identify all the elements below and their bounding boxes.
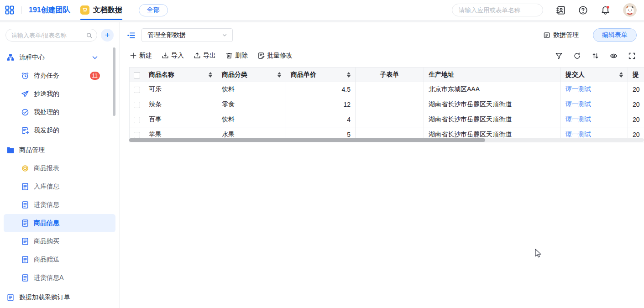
refresh-icon[interactable] [573,52,581,60]
global-search-input[interactable] [459,7,539,14]
row-checkbox[interactable] [134,87,140,93]
bell-icon[interactable] [601,5,610,15]
app-icon-badge [80,5,89,15]
sidebar-item[interactable]: 进货信息A [0,269,119,287]
row-select-cell [130,112,144,127]
sidebar-item-label: 商品报表 [34,164,59,172]
sidebar-item[interactable]: 商品信息 [4,214,115,232]
fullscreen-icon[interactable] [628,52,636,60]
sidebar-item-label: 我处理的 [34,108,59,116]
cell-提交人[interactable]: 谭一测试 [561,112,628,127]
team-name[interactable]: 191创建团队 [29,5,70,15]
collapse-sidebar-icon[interactable] [127,31,136,40]
sidebar-item[interactable]: 数据加载采购订单 [0,288,119,307]
cell-子表单 [356,97,424,112]
table-row: 辣条零食12湖南省长沙市岳麓区天顶街道谭一测试20 [130,97,644,112]
filter-icon[interactable] [555,52,563,60]
cell-生产地址: 北京市东城区AAA [424,82,561,97]
sidebar-item[interactable]: 抄送我的 [0,85,119,103]
sort-icon[interactable] [277,72,281,78]
horizontal-scrollbar-track[interactable] [129,138,644,142]
sidebar-search-input[interactable] [11,32,86,39]
sidebar-item[interactable]: 商品赠送 [0,251,119,269]
sidebar-item[interactable]: 我发起的 [0,121,119,140]
toolbar-action-button[interactable]: 导出 [194,52,216,60]
cell-商品分类: 饮料 [217,82,286,97]
cart-icon [82,7,88,13]
sidebar-item-label: 待办任务 [34,72,59,80]
add-button[interactable]: + [101,29,114,42]
sidebar-item[interactable]: 进货信息 [0,196,119,214]
doc-icon [6,293,15,302]
sidebar-item-label: 抄送我的 [34,90,59,98]
cell-提交人[interactable]: 谭一测试 [561,82,628,97]
sidebar-item[interactable]: 商品购买 [0,232,119,251]
row-checkbox[interactable] [134,132,140,138]
tab-doc-data[interactable]: 文档数据 [80,0,122,20]
column-header-提: 提 [628,68,644,82]
data-scope-select[interactable]: 管理全部数据 [141,28,233,42]
sort-icon[interactable] [209,72,212,78]
import-icon [162,52,169,59]
row-checkbox[interactable] [134,102,140,108]
column-header-商品分类[interactable]: 商品分类 [217,68,286,82]
sidebar-item[interactable]: 商品报表 [0,159,119,177]
toolbar-action-label: 批量修改 [267,52,293,60]
sidebar-item-label: 入库信息 [34,183,59,191]
sidebar-scrollbar[interactable] [113,47,115,116]
sidebar-search[interactable] [5,29,97,42]
select-all-cell [130,68,144,82]
sidebar-item[interactable]: 入库信息 [0,177,119,196]
cell-子表单 [356,112,424,127]
send-icon [21,90,29,98]
doc-icon [21,183,29,191]
sidebar-item-label: 数据加载采购订单 [19,293,70,302]
sidebar-item-label: 进货信息A [34,274,63,282]
column-header-提交人[interactable]: 提交人 [561,68,628,82]
org-icon [6,53,15,62]
sidebar-item[interactable]: 待办任务11 [0,67,119,85]
select-all-checkbox[interactable] [134,72,140,78]
toolbar-action-label: 导入 [171,52,184,60]
help-icon[interactable] [578,5,588,15]
column-header-商品单价[interactable]: 商品单价 [286,68,356,82]
sort-icon[interactable] [619,72,623,78]
doc-icon [21,237,29,245]
cell-商品分类: 饮料 [217,112,286,127]
toolbar-action-button[interactable]: 导入 [162,52,184,60]
apps-grid-icon[interactable] [5,5,15,15]
sidebar-item[interactable]: 流程中心 [0,48,119,67]
cell-商品名称: 可乐 [144,82,217,97]
sort-icon[interactable] [347,72,351,78]
contacts-icon[interactable] [556,5,565,15]
chevron-down-icon [221,32,228,38]
sidebar-item[interactable]: 我处理的 [0,103,119,121]
folder-icon [6,146,15,154]
filter-all-pill[interactable]: 全部 [139,4,168,16]
avatar[interactable] [623,3,637,17]
cell-生产地址: 湖南省长沙市岳麓区天顶街道 [424,112,561,127]
cell-子表单 [356,82,424,97]
column-header-商品名称[interactable]: 商品名称 [144,68,217,82]
horizontal-scrollbar-thumb[interactable] [129,138,485,142]
edit-form-button[interactable]: 编辑表单 [593,28,637,42]
sort-icon[interactable] [592,52,599,60]
sidebar-item[interactable]: 商品管理 [0,141,119,159]
data-scope-value: 管理全部数据 [147,31,186,39]
toolbar-action-button[interactable]: 删除 [225,52,248,60]
data-manage-button[interactable]: 数据管理 [543,31,579,39]
tab-label: 文档数据 [93,5,122,15]
global-search[interactable] [452,4,543,16]
eye-icon[interactable] [610,52,618,60]
doc-icon [21,219,29,227]
toolbar-action-button[interactable]: 批量修改 [257,52,293,60]
data-table: 商品名称商品分类商品单价子表单生产地址提交人提 可乐饮料4.5北京市东城区AAA… [129,67,644,142]
chevron-down-icon [91,53,99,62]
topbar: 191创建团队 文档数据 全部 [0,0,644,20]
cell-提交人[interactable]: 谭一测试 [561,97,628,112]
row-checkbox[interactable] [134,117,140,123]
toolbar-action-button[interactable]: 新建 [130,52,152,60]
batch-edit-icon [257,52,265,59]
column-header-子表单: 子表单 [356,68,424,82]
cell-提: 20 [628,97,644,112]
